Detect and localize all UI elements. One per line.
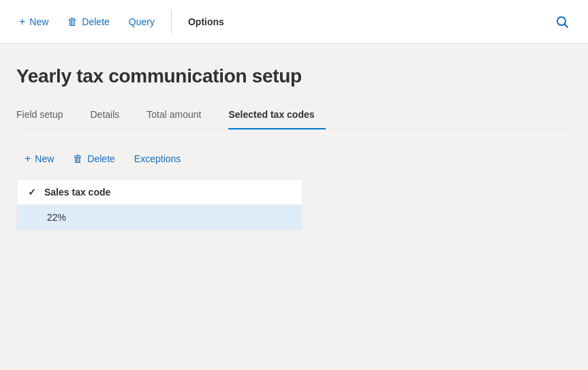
top-query-label: Query xyxy=(129,16,155,27)
top-new-button[interactable]: + New xyxy=(11,11,57,33)
check-icon: ✓ xyxy=(28,187,36,198)
top-delete-button[interactable]: 🗑 Delete xyxy=(59,10,117,33)
tab-total-amount[interactable]: Total amount xyxy=(146,104,212,129)
toolbar-divider xyxy=(171,10,172,34)
table-cell-value: 22% xyxy=(47,212,66,223)
tab-selected-tax-codes[interactable]: Selected tax codes xyxy=(228,104,325,129)
exceptions-button[interactable]: Exceptions xyxy=(126,149,189,168)
table-header-row: ✓ Sales tax code xyxy=(17,180,302,205)
table-row[interactable]: 22% xyxy=(17,205,302,230)
search-icon xyxy=(555,15,569,29)
tax-codes-table: ✓ Sales tax code 22% xyxy=(16,179,303,230)
tab-field-setup[interactable]: Field setup xyxy=(16,104,74,129)
page-title: Yearly tax communication setup xyxy=(16,65,572,87)
plus-icon: + xyxy=(19,16,25,27)
tab-bar: Field setup Details Total amount Selecte… xyxy=(16,104,572,129)
sub-new-button[interactable]: + New xyxy=(16,149,62,168)
svg-line-1 xyxy=(565,24,568,27)
top-new-label: New xyxy=(29,16,48,27)
top-query-button[interactable]: Query xyxy=(121,11,163,33)
sub-delete-button[interactable]: 🗑 Delete xyxy=(65,149,123,168)
sub-toolbar: + New 🗑 Delete Exceptions xyxy=(16,143,572,179)
trash-icon: 🗑 xyxy=(67,16,78,27)
sub-plus-icon: + xyxy=(25,153,31,164)
column-header-sales-tax-code: Sales tax code xyxy=(44,187,110,198)
sub-new-label: New xyxy=(35,153,54,164)
top-options-label: Options xyxy=(188,16,224,27)
main-content: Yearly tax communication setup Field set… xyxy=(0,44,588,230)
sub-delete-label: Delete xyxy=(87,153,114,164)
sub-trash-icon: 🗑 xyxy=(73,153,83,164)
top-search-button[interactable] xyxy=(547,10,577,34)
tab-details[interactable]: Details xyxy=(90,104,130,129)
exceptions-label: Exceptions xyxy=(134,153,181,164)
top-options-button[interactable]: Options xyxy=(180,11,232,33)
top-delete-label: Delete xyxy=(82,16,109,27)
top-toolbar: + New 🗑 Delete Query Options xyxy=(0,0,588,44)
